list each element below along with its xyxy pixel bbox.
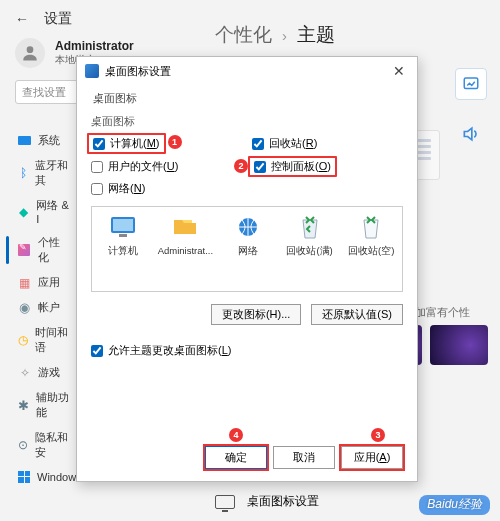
dialog-icon <box>85 64 99 78</box>
sidebar-item-accounts[interactable]: ◉帐户 <box>0 295 80 320</box>
dialog-title: 桌面图标设置 <box>105 64 171 79</box>
user-name: Administrator <box>55 39 134 53</box>
time-icon: ◷ <box>18 334 28 347</box>
icon-recycle-full[interactable]: 回收站(满) <box>283 213 337 258</box>
ok-button[interactable]: 确定 <box>205 446 267 469</box>
monitor-icon <box>215 495 235 509</box>
avatar-icon <box>15 38 45 68</box>
sidebar-item-privacy[interactable]: ⊙隐私和安 <box>0 425 80 465</box>
badge-3: 3 <box>371 428 385 442</box>
breadcrumb-current: 主题 <box>297 22 335 48</box>
badge-2: 2 <box>234 159 248 173</box>
desktop-icon-dialog: 桌面图标设置 ✕ 桌面图标 桌面图标 计算机(M) 1 回收站(R) 用户的文件… <box>76 56 418 482</box>
svg-rect-3 <box>113 219 133 231</box>
restore-defaults-button[interactable]: 还原默认值(S) <box>311 304 403 325</box>
windows-icon <box>18 470 30 483</box>
sidebar-item-personalization[interactable]: 个性化 <box>0 230 80 270</box>
close-icon[interactable]: ✕ <box>389 63 409 79</box>
sidebar-item-accessibility[interactable]: ✱辅助功能 <box>0 385 80 425</box>
accounts-icon: ◉ <box>18 301 31 314</box>
breadcrumb-separator: › <box>282 27 287 44</box>
sidebar-item-apps[interactable]: ▦应用 <box>0 270 80 295</box>
desktop-icon-settings-link[interactable]: 桌面图标设置 <box>215 493 319 510</box>
sidebar: 系统 ᛒ蓝牙和其 ◆网络 & I 个性化 ▦应用 ◉帐户 ◷时间和语 ✧游戏 ✱… <box>0 128 80 488</box>
sidebar-item-time[interactable]: ◷时间和语 <box>0 320 80 360</box>
settings-title: 设置 <box>44 10 72 28</box>
volume-icon[interactable] <box>455 118 487 150</box>
breadcrumb-parent[interactable]: 个性化 <box>215 22 272 48</box>
sidebar-item-bluetooth[interactable]: ᛒ蓝牙和其 <box>0 153 80 193</box>
checkbox-recycle[interactable]: 回收站(R) <box>252 135 403 152</box>
accessibility-icon: ✱ <box>18 399 29 412</box>
icon-admin[interactable]: Administrat... <box>158 213 213 256</box>
watermark: Baidu经验 <box>419 495 490 515</box>
apply-button[interactable]: 应用(A) <box>341 446 403 469</box>
sidebar-item-system[interactable]: 系统 <box>0 128 80 153</box>
bluetooth-icon: ᛒ <box>18 167 28 180</box>
icon-computer[interactable]: 计算机 <box>96 213 150 258</box>
checkbox-userfiles[interactable]: 用户的文件(U) <box>91 158 242 175</box>
gaming-icon: ✧ <box>18 366 31 379</box>
svg-rect-1 <box>464 78 478 89</box>
privacy-icon: ⊙ <box>18 439 28 452</box>
cancel-button[interactable]: 取消 <box>273 446 335 469</box>
svg-point-0 <box>27 46 34 53</box>
image-icon[interactable] <box>455 68 487 100</box>
allow-theme-checkbox[interactable]: 允许主题更改桌面图标(L) <box>77 329 417 364</box>
sidebar-item-network[interactable]: ◆网络 & I <box>0 193 80 230</box>
icon-preview-box: 计算机 Administrat... 网络 回收站(满) 回收站(空) <box>91 206 403 292</box>
badge-4: 4 <box>229 428 243 442</box>
dialog-subtitle: 桌面图标 <box>77 85 417 108</box>
group-title: 桌面图标 <box>91 114 403 129</box>
network-icon: ◆ <box>18 205 29 218</box>
sidebar-item-gaming[interactable]: ✧游戏 <box>0 360 80 385</box>
change-icon-button[interactable]: 更改图标(H)... <box>211 304 301 325</box>
back-arrow-icon[interactable]: ← <box>15 11 29 27</box>
icon-network[interactable]: 网络 <box>221 213 275 258</box>
sidebar-item-windows[interactable]: Windows <box>0 465 80 488</box>
personalization-icon <box>18 244 31 257</box>
svg-rect-4 <box>119 234 127 237</box>
checkbox-network[interactable]: 网络(N) <box>91 181 242 196</box>
icon-recycle-empty[interactable]: 回收站(空) <box>344 213 398 258</box>
breadcrumb: 个性化 › 主题 <box>215 22 335 48</box>
apps-icon: ▦ <box>18 276 31 289</box>
checkbox-cpanel[interactable]: 2 控制面板(O) <box>252 158 403 175</box>
theme-thumb[interactable] <box>430 325 488 365</box>
system-icon <box>18 134 31 147</box>
checkbox-computer[interactable]: 计算机(M) 1 <box>91 135 242 152</box>
badge-1: 1 <box>168 135 182 149</box>
